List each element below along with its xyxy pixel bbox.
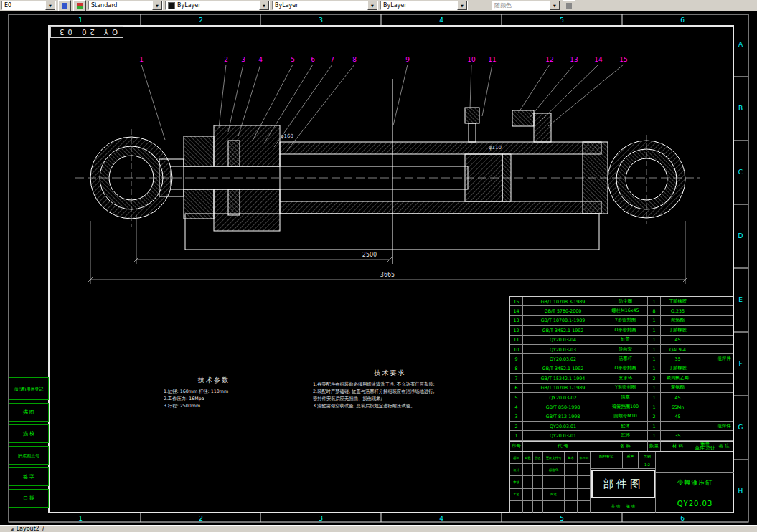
bom-cell: 螺栓M16x45 [603, 306, 648, 315]
bom-cell [695, 374, 705, 383]
bom-cell [705, 422, 715, 431]
callout-number[interactable]: 2 [224, 56, 228, 63]
bom-cell: 聚氨酯 [661, 384, 695, 393]
callout-number[interactable]: 5 [291, 56, 295, 63]
plotstyle-combo[interactable]: 随颜色 ▼ [492, 1, 560, 10]
layer-combo[interactable]: E0 ▼ [1, 1, 56, 10]
zone-number-bottom: 3 [319, 515, 323, 522]
bom-cell: 组焊件 [715, 422, 733, 431]
bom-cell [705, 374, 715, 383]
callout-number[interactable]: 6 [311, 56, 315, 63]
plotstyle-combo-value: 随颜色 [494, 1, 512, 9]
tech-params-line: 2.工作压力: 16Mpa [164, 395, 264, 402]
bom-cell: 11 [510, 336, 523, 345]
chevron-down-icon[interactable]: ▼ [259, 1, 269, 10]
callout-number[interactable]: 4 [258, 56, 263, 63]
drawing-canvas[interactable]: 123456 123456 ABCDEFGH [0, 11, 757, 525]
callout-number[interactable]: 11 [488, 56, 496, 63]
mark-label: 图样标记 [591, 452, 623, 460]
title-block: 标记 处数 分区 更改文件号 签名 年月日 设计 标准化 审核 工艺 [509, 451, 733, 513]
tech-params-line: 3.行程: 2500mm [164, 402, 264, 409]
callout-number[interactable]: 10 [467, 56, 476, 63]
layers-icon [77, 3, 83, 9]
zone-letter-right: D [738, 232, 743, 239]
title-block-sign-area: 标记 处数 分区 更改文件号 签名 年月日 设计 标准化 审核 工艺 [510, 452, 591, 513]
bom-cell: 10 [510, 345, 523, 354]
zone-numbers-bottom: 123456 [78, 515, 685, 522]
bom-cell [705, 326, 715, 335]
linetype-combo[interactable]: ByLayer ▼ [272, 1, 378, 10]
bom-row: 4GB/T 850-1998弹簧挡圈100165Mn [510, 402, 733, 412]
bom-cell [695, 431, 705, 440]
bom-row: 12GB/T 3452.1-1992O形密封圈1丁腈橡胶 [510, 326, 733, 335]
layout-tab-bar: ◢ Layout2 / [0, 525, 757, 532]
plotstyle-button[interactable] [563, 0, 575, 11]
lineweight-combo[interactable]: ByLayer ▼ [380, 1, 468, 10]
bom-cell: 防尘圈 [603, 297, 648, 306]
tech-req-line: 2.装配时严禁磕碰, 缸盖与活塞杆分解组装应在洁净场地进行, [313, 388, 467, 395]
bom-row: 10QY20.03-03导向套1QAL9-4 [510, 345, 733, 354]
bom-cell [705, 306, 715, 315]
bom-header-name: 名 称 [603, 441, 648, 452]
bom-cell: GB/T 15242.1-1994 [523, 374, 603, 383]
bom-row: 2QY20.03.01缸体1组焊件 [510, 422, 733, 431]
chevron-down-icon[interactable]: ▼ [457, 1, 467, 10]
layer-previous-button[interactable] [73, 0, 86, 11]
bom-cell [715, 297, 733, 306]
bom-cell: 活塞杆 [603, 354, 648, 364]
bom-cell [705, 384, 715, 393]
tab-layout2[interactable]: Layout2 [17, 526, 39, 532]
bom-cell: O形密封圈 [603, 364, 648, 374]
bom-cell [705, 412, 715, 422]
bom-cell: 2 [510, 422, 523, 431]
callout-leader [482, 65, 492, 116]
zone-letter-right: F [738, 360, 742, 367]
weight-label: 重量 [623, 452, 639, 460]
callout-leader [264, 65, 313, 143]
bom-cell [705, 364, 715, 374]
bom-cell: 12 [510, 326, 523, 335]
bom-table: 15GB/T 10708.3-1989防尘圈1丁腈橡胶14GB/T 5780-2… [509, 296, 733, 452]
bom-cell: 1 [648, 297, 661, 306]
callout-number[interactable]: 13 [570, 56, 578, 63]
bom-cell [695, 326, 705, 335]
callout-leader [393, 65, 408, 125]
title-block-right: 变幅液压缸 QY20.03 [656, 452, 734, 513]
bom-cell: Y形密封圈 [603, 384, 648, 393]
bom-row: 8GB/T 3452.1-1992O形密封圈1丁腈橡胶 [510, 364, 733, 374]
bom-cell [715, 316, 733, 326]
color-combo[interactable]: ByLayer ▼ [165, 1, 270, 10]
bom-cell: 35 [661, 354, 695, 364]
callout-number[interactable]: 12 [545, 56, 553, 63]
bom-cell: 丁腈橡胶 [661, 326, 695, 335]
callout-number[interactable]: 7 [330, 56, 334, 63]
make-layer-current-button[interactable] [58, 0, 71, 11]
bom-cell: O形密封圈 [603, 326, 648, 335]
bom-cell [695, 297, 705, 306]
tech-req-title: 技术要求 [313, 369, 467, 378]
bom-cell: QY20.03-03 [523, 345, 603, 354]
style-combo[interactable]: Standard ▼ [88, 1, 163, 10]
bom-cell [705, 393, 715, 402]
callout-number[interactable]: 15 [619, 56, 627, 63]
chevron-down-icon[interactable]: ▼ [152, 1, 162, 10]
hydraulic-cylinder-drawing[interactable] [75, 79, 700, 264]
zone-letter-right: B [738, 105, 743, 112]
bom-cell: 9 [510, 354, 523, 364]
margin-box-tracing: 描 图 [9, 403, 49, 422]
callout-number[interactable]: 8 [352, 56, 357, 63]
chevron-down-icon[interactable]: ▼ [367, 1, 377, 10]
callout-number[interactable]: 14 [594, 56, 603, 63]
zone-letter-right: G [738, 424, 743, 431]
linetype-combo-value: ByLayer [275, 2, 298, 9]
chevron-down-icon[interactable]: ▼ [45, 1, 55, 10]
bom-row: 1QY20.03-01耳环135 [510, 431, 733, 440]
tech-req-block: 技术要求 1.各零配件在组装前必须用煤油清洗干净, 不允许有任何杂质; 2.装配… [313, 369, 467, 409]
callout-leader [530, 65, 574, 118]
chevron-down-icon[interactable]: ▼ [550, 1, 560, 10]
bom-cell: QY20.03.01 [523, 422, 603, 431]
callout-number[interactable]: 3 [241, 56, 245, 63]
callout-number[interactable]: 9 [405, 56, 410, 63]
callout-number[interactable]: 1 [139, 56, 144, 63]
bom-cell: 65Mn [661, 402, 695, 412]
